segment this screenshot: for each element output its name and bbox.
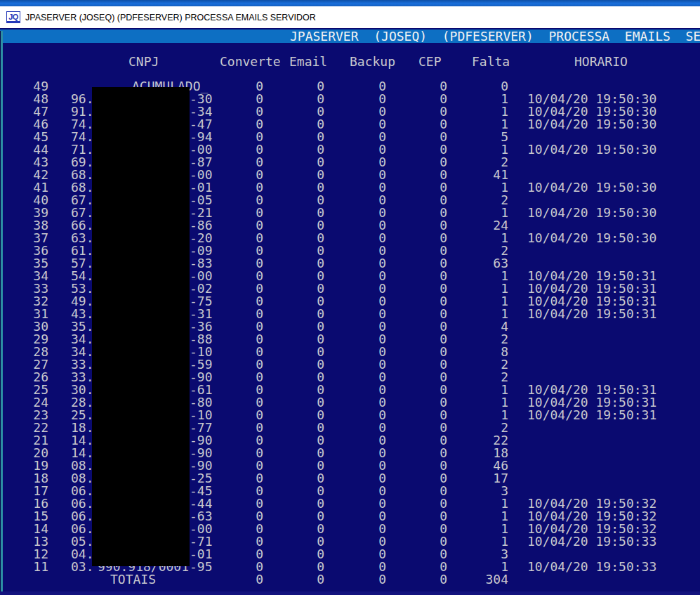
cell-converte: 0	[221, 573, 263, 586]
cell-cep: 0	[405, 573, 447, 586]
cell-row-number: 11	[18, 561, 48, 573]
cell-email: 0	[282, 573, 324, 586]
cell-horario: 10/04/20 19:50:33	[527, 561, 656, 573]
cell-horario: 10/04/20 19:50:31	[527, 409, 656, 421]
cell-horario: 10/04/20 19:50:30	[527, 143, 656, 156]
window-title: JPASERVER (JOSEQ) (PDFESERVER) PROCESSA …	[25, 13, 316, 22]
cell-horario: 10/04/20 19:50:30	[527, 207, 656, 219]
window-titlebar[interactable]: JQ JPASERVER (JOSEQ) (PDFESERVER) PROCES…	[0, 6, 700, 28]
cell-horario: 10/04/20 19:50:31	[527, 308, 656, 320]
app-logo-icon: JQ	[6, 11, 20, 23]
console-screen: JPASERVER (JOSEQ) (PDFESERVER) PROCESSA …	[0, 28, 700, 595]
cell-backup: 0	[344, 573, 386, 586]
window-left-edge	[1, 31, 3, 595]
cell-horario: 10/04/20 19:50:30	[527, 118, 656, 131]
cell-horario: 10/04/20 19:50:33	[527, 535, 656, 548]
cell-cnpj-prefix: 03.	[71, 561, 94, 573]
cell-falta: 304	[466, 573, 508, 586]
redaction-box	[92, 87, 190, 566]
window-bottom-edge	[0, 591, 700, 595]
totals-label: TOTAIS	[110, 573, 156, 586]
cell-horario: 10/04/20 19:50:30	[527, 232, 656, 244]
window-top-border	[0, 0, 700, 6]
totals-row: TOTAIS0000304	[0, 573, 700, 586]
cell-horario: 10/04/20 19:50:30	[527, 181, 656, 194]
cell-cnpj-suffix: -95	[190, 561, 213, 573]
